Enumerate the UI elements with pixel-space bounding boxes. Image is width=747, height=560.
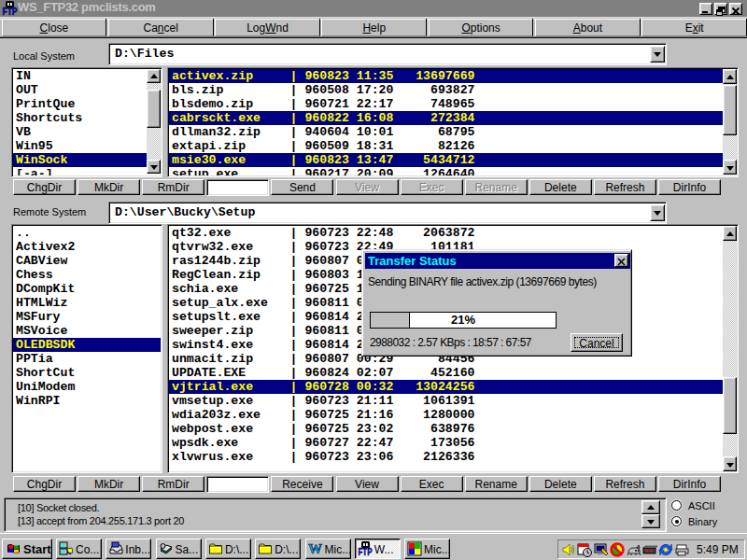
svg-text:W: W (308, 541, 322, 556)
svg-text:FTP: FTP (358, 546, 372, 557)
svg-text:FTP: FTP (3, 6, 18, 17)
